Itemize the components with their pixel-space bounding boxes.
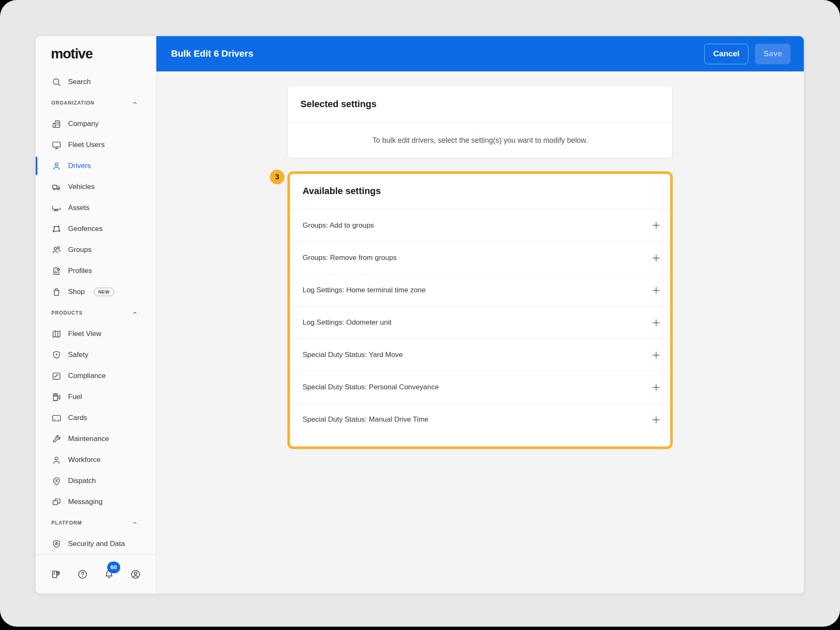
page-header: Bulk Edit 6 Drivers Cancel Save: [156, 36, 804, 71]
plus-icon[interactable]: [650, 317, 662, 328]
setting-label: Special Duty Status: Yard Move: [303, 351, 403, 359]
sidebar-item-messaging[interactable]: Messaging: [36, 491, 156, 512]
profile-document-icon: [51, 266, 62, 276]
sidebar-item-label: Search: [68, 78, 91, 86]
section-label: PRODUCTS: [51, 310, 83, 316]
sidebar-item-security-and-data[interactable]: Security and Data: [36, 533, 156, 554]
sidebar: motive SearchORGANIZATIONCompanyFleet Us…: [36, 36, 156, 593]
driver-person-icon: [51, 161, 62, 171]
sidebar-section-platform[interactable]: PLATFORM: [36, 512, 156, 533]
sidebar-section-products[interactable]: PRODUCTS: [36, 302, 156, 323]
sidebar-item-maintenance[interactable]: Maintenance: [36, 428, 156, 449]
sidebar-footer: 60: [36, 554, 156, 593]
sidebar-item-dispatch[interactable]: Dispatch: [36, 470, 156, 491]
sidebar-item-label: Fuel: [68, 393, 82, 401]
save-button[interactable]: Save: [755, 44, 790, 64]
sidebar-item-groups[interactable]: Groups: [36, 239, 156, 260]
sidebar-item-fuel[interactable]: Fuel: [36, 386, 156, 407]
sidebar-item-assets[interactable]: Assets: [36, 197, 156, 218]
setting-row-groups-remove-from-groups[interactable]: Groups: Remove from groups: [290, 242, 670, 274]
account-button[interactable]: [130, 569, 141, 580]
sidebar-item-workforce[interactable]: Workforce: [36, 449, 156, 470]
sidebar-item-label: Profiles: [68, 267, 92, 275]
account-icon: [130, 569, 141, 580]
app-window: motive SearchORGANIZATIONCompanyFleet Us…: [36, 36, 804, 593]
logo-container: motive: [36, 36, 156, 71]
sidebar-item-label: Fleet Users: [68, 141, 105, 149]
truck-icon: [51, 182, 62, 192]
people-group-icon: [51, 245, 62, 255]
sidebar-item-cards[interactable]: Cards: [36, 407, 156, 428]
sidebar-item-fleet-view[interactable]: Fleet View: [36, 323, 156, 344]
monitor-icon: [51, 140, 62, 150]
notifications-button[interactable]: 60: [103, 569, 115, 580]
search-icon: [51, 77, 62, 87]
selected-settings-title: Selected settings: [288, 86, 672, 122]
setting-row-log-settings-odometer-unit[interactable]: Log Settings: Odometer unit: [290, 306, 670, 339]
chevron-up-icon: [131, 99, 139, 107]
setting-row-special-duty-status-yard-move[interactable]: Special Duty Status: Yard Move: [290, 339, 670, 371]
sidebar-item-geofences[interactable]: Geofences: [36, 218, 156, 239]
help-button[interactable]: [77, 569, 88, 580]
content-area: Selected settings To bulk edit drivers, …: [156, 71, 804, 593]
sidebar-item-label: Company: [68, 120, 99, 128]
sidebar-item-label: Drivers: [68, 162, 91, 170]
motive-logo: motive: [51, 46, 92, 62]
sidebar-item-safety[interactable]: Safety: [36, 344, 156, 365]
available-settings-card: 3 Available settings Groups: Add to grou…: [287, 171, 673, 449]
plus-icon[interactable]: [650, 349, 662, 361]
sidebar-item-vehicles[interactable]: Vehicles: [36, 176, 156, 197]
sidebar-item-label: Security and Data: [68, 540, 125, 548]
setting-row-special-duty-status-personal-conveyance[interactable]: Special Duty Status: Personal Conveyance: [290, 371, 670, 403]
sidebar-section-organization[interactable]: ORGANIZATION: [36, 92, 156, 113]
setting-label: Log Settings: Odometer unit: [303, 318, 392, 327]
section-label: ORGANIZATION: [51, 100, 95, 106]
page-title: Bulk Edit 6 Drivers: [171, 48, 704, 59]
setting-label: Special Duty Status: Personal Conveyance: [303, 383, 439, 391]
shield-icon: [51, 350, 62, 360]
sidebar-item-label: Geofences: [68, 225, 103, 233]
main-area: Bulk Edit 6 Drivers Cancel Save Selected…: [156, 36, 804, 593]
credit-card-icon: [51, 413, 62, 423]
sidebar-item-drivers[interactable]: Drivers: [36, 155, 156, 176]
plus-icon[interactable]: [650, 252, 662, 264]
sidebar-item-label: Cards: [68, 414, 87, 422]
sidebar-item-search[interactable]: Search: [36, 71, 156, 92]
plus-icon[interactable]: [650, 285, 662, 296]
chevron-up-icon: [131, 309, 139, 317]
sidebar-item-company[interactable]: Company: [36, 113, 156, 134]
setting-row-groups-add-to-groups[interactable]: Groups: Add to groups: [290, 209, 670, 242]
shield-lock-icon: [51, 539, 62, 549]
sidebar-item-label: Vehicles: [68, 183, 95, 191]
sidebar-item-label: Safety: [68, 351, 88, 359]
sidebar-item-label: Maintenance: [68, 435, 109, 443]
sidebar-item-label: Groups: [68, 246, 92, 254]
setting-row-log-settings-home-terminal-time-zone[interactable]: Log Settings: Home terminal time zone: [290, 274, 670, 306]
section-label: PLATFORM: [51, 520, 82, 526]
sidebar-item-profiles[interactable]: Profiles: [36, 260, 156, 281]
company-building-icon: [51, 119, 62, 129]
desktop-background: motive SearchORGANIZATIONCompanyFleet Us…: [0, 0, 840, 627]
sidebar-item-compliance[interactable]: Compliance: [36, 365, 156, 386]
guide-map-icon: [50, 569, 62, 580]
shopping-bag-icon: [51, 287, 62, 297]
sidebar-item-label: Shop: [68, 288, 85, 296]
available-settings-title: Available settings: [290, 174, 670, 209]
sidebar-item-shop[interactable]: ShopNEW: [36, 281, 156, 302]
plus-icon[interactable]: [650, 382, 662, 393]
wrench-icon: [51, 434, 62, 444]
trailer-icon: [51, 203, 62, 213]
sidebar-item-fleet-users[interactable]: Fleet Users: [36, 134, 156, 155]
cancel-button[interactable]: Cancel: [704, 44, 748, 64]
plus-icon[interactable]: [650, 220, 662, 231]
plus-icon[interactable]: [650, 414, 662, 425]
selected-settings-empty-message: To bulk edit drivers, select the setting…: [288, 123, 672, 158]
compliance-chart-icon: [51, 371, 62, 381]
new-badge: NEW: [94, 288, 114, 296]
messaging-icon: [51, 497, 62, 507]
guide-button[interactable]: [50, 569, 62, 580]
setting-label: Special Duty Status: Manual Drive Time: [303, 415, 429, 424]
sidebar-item-label: Fleet View: [68, 330, 101, 338]
setting-row-special-duty-status-manual-drive-time[interactable]: Special Duty Status: Manual Drive Time: [290, 403, 670, 436]
sidebar-item-label: Assets: [68, 204, 90, 212]
